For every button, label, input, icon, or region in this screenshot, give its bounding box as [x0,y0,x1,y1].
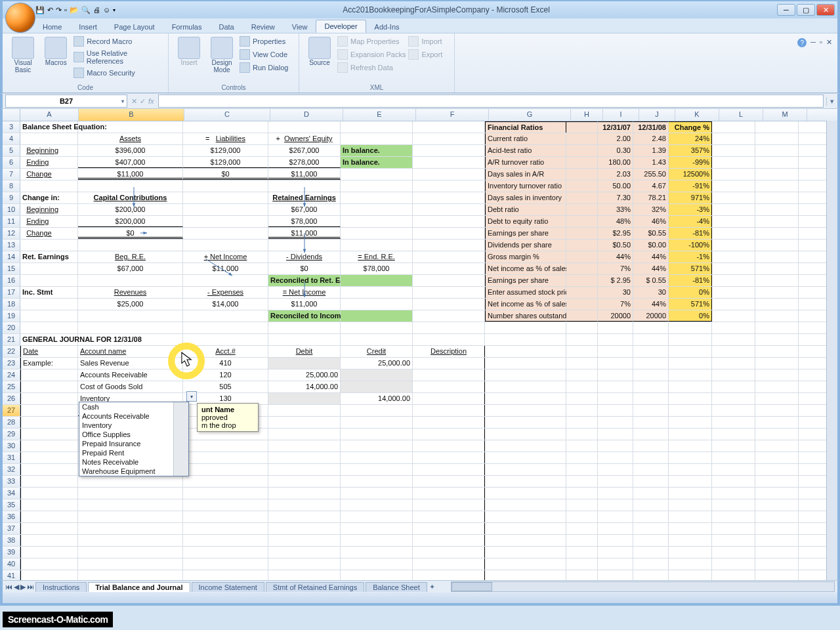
cell-C[interactable] [183,204,268,215]
cell-E[interactable] [341,558,413,570]
tab-view[interactable]: View [284,20,316,33]
cell-E[interactable] [341,464,413,475]
cell-A[interactable] [20,310,78,322]
cell-I[interactable]: $2.95 [598,228,633,239]
cell-L[interactable] [712,287,755,298]
row-header[interactable]: 34 [3,488,20,499]
cell-I[interactable] [598,523,633,534]
cell-D[interactable] [268,440,341,452]
cell-C[interactable] [183,488,268,499]
cell-I[interactable] [598,464,633,475]
cell-G[interactable] [485,429,566,440]
cell-C[interactable] [183,535,268,546]
cell-K[interactable]: -91% [669,180,712,192]
cell-A[interactable] [20,558,78,570]
cell-K[interactable]: 357% [669,145,712,156]
row-header[interactable]: 7 [3,169,20,180]
cell-C[interactable] [183,440,268,452]
cell-C[interactable] [183,499,268,511]
cell-L[interactable] [712,511,755,522]
macro-security-button[interactable]: Macro Security [72,67,164,79]
cell-G[interactable] [485,381,566,392]
cell-K[interactable]: 24% [669,133,712,144]
cell-F[interactable] [413,251,485,262]
cell-F[interactable] [413,216,485,227]
cell-A[interactable] [20,464,78,475]
cell-G[interactable] [485,334,566,345]
cell-L[interactable] [712,251,755,262]
cell-B[interactable] [78,476,183,487]
cell-A[interactable] [20,570,78,580]
cell-J[interactable] [633,346,669,357]
cell-H[interactable] [566,499,598,511]
cell-E[interactable] [341,287,413,298]
cell-J[interactable] [633,511,669,522]
row-header[interactable]: 3 [3,121,20,133]
cell-B[interactable]: $200,000 [78,204,183,215]
cell-D[interactable] [268,322,341,333]
cell-D[interactable] [268,180,341,192]
cell-J[interactable]: 2.48 [633,133,669,144]
cell-C[interactable]: $129,000 [183,145,268,156]
cell-B[interactable] [78,570,183,580]
cell-A[interactable] [20,452,78,463]
cell-D[interactable]: Reconciled to Ret. Earnings. [268,275,341,286]
cell-H[interactable] [566,263,598,274]
cell-G[interactable]: Number shares outstanding [485,310,566,322]
cell-D[interactable]: $278,000 [268,157,341,168]
cell-H[interactable] [566,192,598,203]
cell-I[interactable] [598,488,633,499]
run-dialog-button[interactable]: Run Dialog [238,62,289,74]
cell-M[interactable] [755,476,799,487]
cell-M[interactable] [755,157,799,168]
cell-A[interactable]: Change [20,169,78,180]
cell-G[interactable] [485,488,566,499]
cell-L[interactable] [712,393,755,404]
cell-M[interactable] [755,169,799,180]
cell-A[interactable]: Change in: [20,192,78,203]
cell-E[interactable] [341,310,413,322]
cell-J[interactable]: 1.39 [633,145,669,156]
cell-E[interactable] [341,299,413,310]
cell-J[interactable] [633,476,669,487]
cell-A[interactable]: Beginning [20,204,78,215]
cell-J[interactable] [633,322,669,333]
cell-C[interactable] [183,476,268,487]
cell-I[interactable] [598,570,633,580]
dropdown-item[interactable]: Notes Receivable [79,457,188,467]
cell-B[interactable]: $407,000 [78,157,183,168]
cell-D[interactable] [268,476,341,487]
cell-K[interactable] [669,381,712,392]
cell-J[interactable] [633,358,669,369]
cell-K[interactable] [669,488,712,499]
cell-K[interactable]: 571% [669,263,712,274]
cell-M[interactable] [755,204,799,215]
cell-G[interactable]: Net income as % of sales [485,263,566,274]
tab-addins[interactable]: Add-Ins [366,20,408,33]
cell-K[interactable] [669,417,712,428]
cell-H[interactable] [566,251,598,262]
cell-F[interactable] [413,299,485,310]
cell-L[interactable] [712,535,755,546]
cell-L[interactable] [712,275,755,286]
cell-L[interactable] [712,417,755,428]
cell-K[interactable] [669,334,712,345]
row-header[interactable]: 17 [3,287,20,298]
cell-L[interactable] [712,488,755,499]
cell-A[interactable] [20,180,78,192]
row-header[interactable]: 6 [3,157,20,168]
cell-M[interactable] [755,180,799,192]
cell-L[interactable] [712,369,755,381]
cell-G[interactable]: Enter assumed stock price [485,287,566,298]
cell-C[interactable] [183,121,268,133]
cell-C[interactable]: + Net Income [183,251,268,262]
cell-A[interactable] [20,369,78,381]
vertical-scrollbar[interactable] [826,121,837,580]
sheet-tab-retained-earnings[interactable]: Stmt of Retained Earnings [266,582,364,592]
cell-J[interactable] [633,535,669,546]
cell-M[interactable] [755,499,799,511]
cell-E[interactable] [341,476,413,487]
row-header[interactable]: 35 [3,499,20,511]
cell-D[interactable] [268,417,341,428]
row-header[interactable]: 29 [3,429,20,440]
